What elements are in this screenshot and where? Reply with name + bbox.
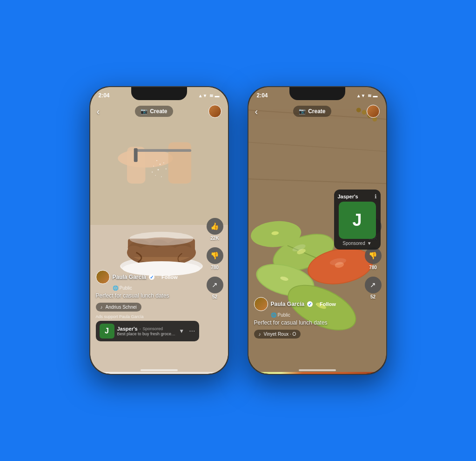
user-avatar-left[interactable] xyxy=(96,270,110,284)
time-right: 2:04 xyxy=(257,92,268,99)
phone-left: 2:04 ▲▼ ≋ ▬ ‹ 📷 Create 👍 22K 👎 xyxy=(89,86,229,375)
phone-right-screen: 2:04 ▲▼ ≋ ▬ ‹ 📷 Create Jasper's ℹ xyxy=(248,87,386,374)
dislike-count-right: 780 xyxy=(369,265,377,270)
svg-point-12 xyxy=(152,172,153,173)
ad-name-row-left: Jasper's · Sponsored xyxy=(117,326,176,332)
globe-icon-left: 🌐 xyxy=(113,285,118,291)
user-name-left[interactable]: Paula García xyxy=(113,274,147,280)
audio-name-right: Vinyet Roux · O xyxy=(264,332,296,337)
side-actions-left: 👍 22K 👎 780 ↗ 52 xyxy=(207,218,223,299)
status-bar-left: 2:04 ▲▼ ≋ ▬ xyxy=(90,87,228,101)
wifi-icon: ≋ xyxy=(209,93,213,98)
create-button-left[interactable]: 📷 Create xyxy=(135,106,173,117)
audio-pill-right[interactable]: ♪ Vinyet Roux · O xyxy=(254,330,301,339)
svg-point-13 xyxy=(165,168,166,169)
svg-point-14 xyxy=(161,176,161,177)
sponsored-label-row: Sponsored ▼ xyxy=(338,241,377,246)
battery-icon: ▬ xyxy=(215,93,220,98)
public-label-right: 🌐 Public xyxy=(271,312,357,318)
share-icon-right[interactable]: ↗ xyxy=(365,277,382,293)
ad-chevron-left[interactable]: ▼ xyxy=(179,328,184,334)
caption-left: Perfect for casual lunch dates xyxy=(96,292,199,299)
dislike-icon-right[interactable]: 👎 xyxy=(365,247,382,264)
share-icon-left[interactable]: ↗ xyxy=(207,277,223,293)
ad-text-left: Jasper's · Sponsored Best place to buy f… xyxy=(117,326,176,336)
svg-point-11 xyxy=(157,169,159,170)
status-icons-right: ▲▼ ≋ ▬ xyxy=(356,93,378,98)
share-action-right[interactable]: ↗ 52 xyxy=(365,277,382,299)
sponsored-text: Sponsored xyxy=(342,241,365,246)
ad-more-left[interactable]: ··· xyxy=(189,327,195,335)
status-icons-left: ▲▼ ≋ ▬ xyxy=(198,93,220,98)
sponsored-header: Jasper's ℹ xyxy=(338,193,377,200)
sponsored-chevron[interactable]: ▼ xyxy=(367,241,372,246)
user-row-left: Paula García ✓ · Follow xyxy=(96,270,199,284)
home-indicator-left xyxy=(141,369,178,371)
globe-icon-right: 🌐 xyxy=(271,312,276,318)
phone-right: 2:04 ▲▼ ≋ ▬ ‹ 📷 Create Jasper's ℹ xyxy=(248,86,387,375)
bottom-info-left: Paula García ✓ · Follow 🌐 Public Perfect… xyxy=(90,270,205,341)
svg-point-10 xyxy=(163,163,164,163)
camera-icon-left: 📷 xyxy=(141,108,147,115)
like-action-left[interactable]: 👍 22K xyxy=(207,218,223,241)
avatar-left[interactable] xyxy=(208,105,221,118)
svg-rect-5 xyxy=(136,149,191,152)
notch-left xyxy=(131,87,187,100)
signal-icon-right: ▲▼ xyxy=(356,93,366,98)
ads-support-left: Ads support Paula García xyxy=(96,314,199,319)
svg-point-15 xyxy=(155,175,156,176)
like-count-left: 22K xyxy=(210,236,219,241)
dislike-count-left: 780 xyxy=(211,265,219,270)
share-action-left[interactable]: ↗ 52 xyxy=(207,277,223,299)
ad-name-left: Jasper's xyxy=(117,326,138,332)
share-count-left: 52 xyxy=(212,294,217,299)
camera-icon-right: 📷 xyxy=(299,108,306,115)
follow-button-right[interactable]: Follow xyxy=(320,301,336,307)
sponsored-logo-large: J xyxy=(339,202,376,239)
wifi-icon-right: ≋ xyxy=(368,93,371,98)
audio-name-left: Andrius Schnei xyxy=(106,305,137,310)
notch-right xyxy=(289,87,345,100)
status-bar-right: 2:04 ▲▼ ≋ ▬ xyxy=(248,87,386,101)
signal-icon: ▲▼ xyxy=(198,93,208,98)
verified-badge-right: ✓ xyxy=(307,301,313,307)
dislike-action-right[interactable]: 👎 780 xyxy=(365,247,382,270)
audio-pill-left[interactable]: ♪ Andrius Schnei xyxy=(96,303,141,312)
battery-icon-right: ▬ xyxy=(373,93,378,98)
user-name-right[interactable]: Paula García xyxy=(271,301,305,307)
svg-point-23 xyxy=(129,232,193,246)
ad-card-left[interactable]: J Jasper's · Sponsored Best place to buy… xyxy=(96,321,199,341)
avatar-right[interactable] xyxy=(367,105,380,118)
info-icon[interactable]: ℹ xyxy=(375,193,377,200)
top-nav-right: ‹ 📷 Create xyxy=(248,101,386,122)
time-left: 2:04 xyxy=(99,92,110,99)
top-nav-left: ‹ 📷 Create xyxy=(90,101,228,122)
user-avatar-right[interactable] xyxy=(254,297,268,311)
dislike-action-left[interactable]: 👎 780 xyxy=(207,247,223,270)
svg-rect-4 xyxy=(168,142,191,183)
follow-button-left[interactable]: Follow xyxy=(161,274,178,280)
ad-desc-left: Best place to buy fresh grocery... xyxy=(117,332,176,336)
ad-sponsored-left: Sponsored xyxy=(143,326,163,331)
phone-left-screen: 2:04 ▲▼ ≋ ▬ ‹ 📷 Create 👍 22K 👎 xyxy=(90,87,228,374)
svg-point-7 xyxy=(156,160,157,161)
svg-point-8 xyxy=(159,164,160,165)
create-button-right[interactable]: 📷 Create xyxy=(293,106,331,117)
share-count-right: 52 xyxy=(370,294,375,299)
back-button-left[interactable]: ‹ xyxy=(97,106,100,117)
bottom-info-right: Paula García ✓ · Follow 🌐 Public Perfect… xyxy=(248,297,363,341)
music-icon-left: ♪ xyxy=(101,305,103,310)
verified-badge-left: ✓ xyxy=(149,274,154,280)
svg-rect-6 xyxy=(134,148,137,162)
home-indicator-right xyxy=(299,369,336,371)
svg-point-9 xyxy=(153,166,154,167)
like-icon-left[interactable]: 👍 xyxy=(207,218,223,235)
public-label-left: 🌐 Public xyxy=(113,285,199,291)
back-button-right[interactable]: ‹ xyxy=(255,106,258,117)
sponsored-brand: Jasper's xyxy=(338,194,358,199)
sponsored-overlay[interactable]: Jasper's ℹ J Sponsored ▼ xyxy=(334,190,381,250)
caption-right: Perfect for casual lunch dates xyxy=(254,319,357,326)
ad-logo-left: J xyxy=(100,324,114,339)
dislike-icon-left[interactable]: 👎 xyxy=(207,247,223,264)
music-icon-right: ♪ xyxy=(259,332,261,337)
